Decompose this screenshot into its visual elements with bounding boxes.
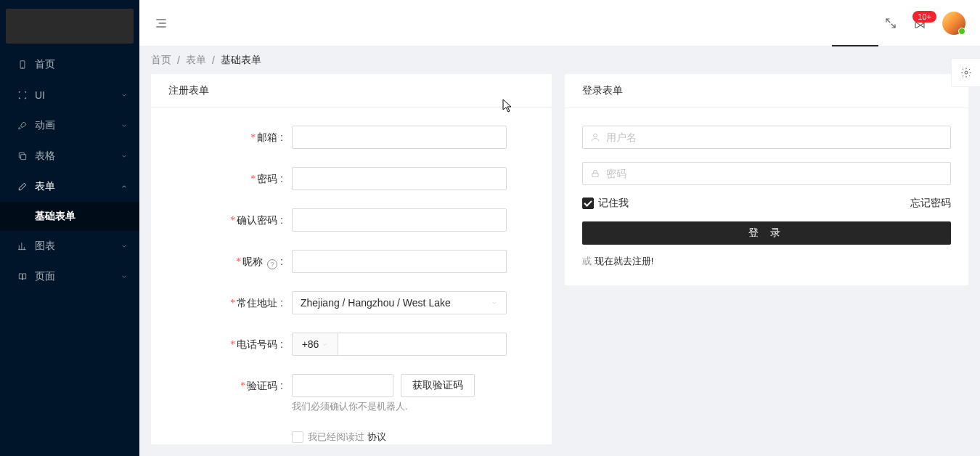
- sidebar-item-chart[interactable]: 图表: [0, 231, 139, 261]
- logo-placeholder: [6, 9, 134, 44]
- header: 10+: [139, 0, 980, 46]
- breadcrumb-home[interactable]: 首页: [151, 54, 171, 67]
- breadcrumb-form[interactable]: 表单: [186, 54, 206, 67]
- breadcrumb-separator: /: [212, 54, 215, 66]
- fullscreen-icon[interactable]: [884, 17, 897, 30]
- phone-input[interactable]: [338, 333, 507, 356]
- edit-icon: [17, 182, 28, 192]
- breadcrumb: 首页 / 表单 / 基础表单: [139, 46, 980, 74]
- confirm-password-input[interactable]: [292, 208, 507, 232]
- sidebar-item-label: UI: [35, 89, 121, 101]
- phone-prefix-select[interactable]: +86: [292, 333, 338, 356]
- sidebar-subitem-label: 基础表单: [35, 210, 75, 223]
- menu-collapse-button[interactable]: [154, 16, 168, 30]
- sidebar-item-label: 表格: [35, 150, 121, 163]
- address-cascader[interactable]: Zhejiang / Hangzhou / West Lake: [292, 291, 507, 314]
- sidebar-item-table[interactable]: 表格: [0, 141, 139, 171]
- chevron-down-icon: [121, 273, 128, 280]
- email-label: *邮箱 :: [168, 126, 292, 150]
- svg-point-14: [965, 71, 968, 74]
- username-input[interactable]: [582, 126, 951, 149]
- svg-point-12: [594, 134, 597, 137]
- agreement-link[interactable]: 协议: [367, 431, 386, 442]
- phone-label: *电话号码 :: [168, 333, 292, 357]
- chevron-down-icon: [121, 243, 128, 250]
- chevron-down-icon: [491, 297, 498, 309]
- content: 注册表单 *邮箱 : *密码 : *确认密码 : *昵称 ? :: [139, 74, 980, 456]
- settings-drawer-button[interactable]: [951, 58, 980, 87]
- avatar[interactable]: [942, 12, 965, 35]
- svg-rect-13: [592, 173, 598, 176]
- captcha-hint: 我们必须确认你不是机器人.: [292, 400, 507, 413]
- chevron-down-icon: [121, 91, 128, 99]
- main: 10+ 首页 / 表单 / 基础表单 注册表单 *邮箱 : *密码 :: [139, 0, 980, 456]
- sidebar-item-label: 动画: [35, 119, 121, 132]
- chevron-down-icon: [121, 122, 128, 129]
- chevron-up-icon: [121, 183, 128, 190]
- register-prompt: 或 现在就去注册!: [582, 255, 951, 268]
- sidebar-item-label: 表单: [35, 180, 121, 193]
- captcha-label: *验证码 :: [168, 374, 292, 398]
- confirm-password-label: *确认密码 :: [168, 208, 292, 232]
- address-label: *常住地址 :: [168, 291, 292, 315]
- register-now-link[interactable]: 现在就去注册!: [595, 256, 654, 266]
- agreement-row: 我已经阅读过 协议: [292, 431, 507, 444]
- sidebar: 首页 UI 动画 表格 表单 基础表单 图表: [0, 0, 139, 456]
- scan-icon: [17, 90, 28, 100]
- chart-icon: [17, 241, 28, 251]
- login-password-input[interactable]: [582, 162, 951, 185]
- breadcrumb-separator: /: [177, 54, 180, 66]
- lock-icon: [590, 168, 600, 179]
- captcha-input[interactable]: [292, 374, 393, 397]
- sidebar-subitem-basic-form[interactable]: 基础表单: [0, 202, 139, 231]
- mobile-icon: [17, 60, 28, 70]
- sidebar-item-label: 图表: [35, 240, 121, 253]
- address-value: Zhejiang / Hangzhou / West Lake: [301, 297, 451, 309]
- login-button[interactable]: 登 录: [582, 221, 951, 245]
- nickname-label: *昵称 ? :: [168, 250, 292, 274]
- agreement-checkbox[interactable]: [292, 431, 303, 443]
- email-input[interactable]: [292, 126, 507, 149]
- svg-line-10: [886, 19, 890, 23]
- sidebar-item-ui[interactable]: UI: [0, 80, 139, 110]
- read-icon: [17, 272, 28, 282]
- forgot-password-link[interactable]: 忘记密码: [910, 197, 951, 210]
- nickname-input[interactable]: [292, 250, 507, 273]
- help-icon[interactable]: ?: [267, 259, 277, 269]
- get-captcha-button[interactable]: 获取验证码: [401, 374, 475, 397]
- sidebar-item-animation[interactable]: 动画: [0, 110, 139, 141]
- remember-checkbox[interactable]: [582, 198, 594, 209]
- login-card-title: 登录表单: [565, 74, 968, 108]
- login-card: 登录表单 记住我 忘记密码 登 录: [565, 74, 968, 285]
- remember-me[interactable]: 记住我: [582, 197, 629, 210]
- sidebar-item-label: 首页: [35, 58, 128, 71]
- active-tab-indicator: [832, 45, 878, 46]
- password-input[interactable]: [292, 167, 507, 190]
- password-label: *密码 :: [168, 167, 292, 191]
- sidebar-item-home[interactable]: 首页: [0, 49, 139, 80]
- svg-rect-2: [21, 155, 26, 160]
- chevron-down-icon: [322, 338, 328, 350]
- chevron-down-icon: [121, 152, 128, 160]
- svg-line-11: [891, 23, 895, 27]
- notification-badge: 10+: [912, 11, 936, 23]
- register-card-title: 注册表单: [151, 74, 552, 108]
- sidebar-item-form[interactable]: 表单: [0, 171, 139, 202]
- rocket-icon: [17, 121, 28, 131]
- breadcrumb-current: 基础表单: [221, 54, 261, 67]
- register-card: 注册表单 *邮箱 : *密码 : *确认密码 : *昵称 ? :: [151, 74, 552, 444]
- sidebar-item-page[interactable]: 页面: [0, 261, 139, 292]
- sidebar-menu: 首页 UI 动画 表格 表单 基础表单 图表: [0, 44, 139, 292]
- copy-icon: [17, 151, 28, 161]
- sidebar-item-label: 页面: [35, 270, 121, 283]
- user-icon: [590, 132, 600, 142]
